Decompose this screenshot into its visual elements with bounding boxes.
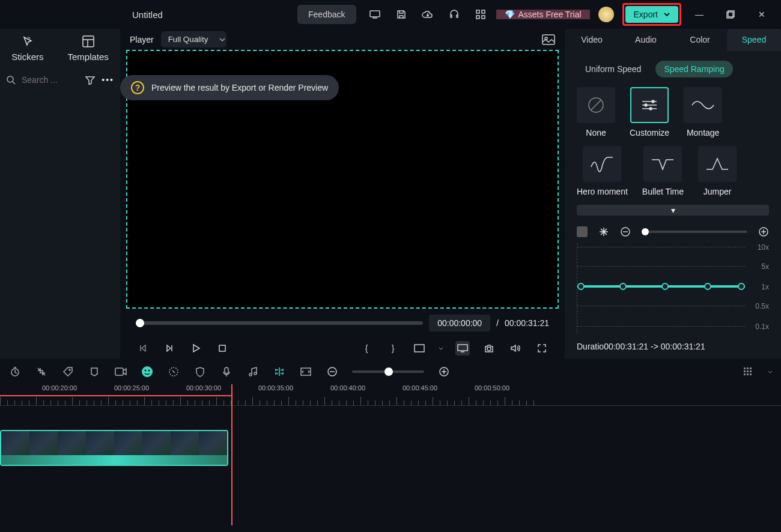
display-button[interactable] (455, 341, 470, 355)
assets-trial-label: Assets Free Trial (518, 10, 582, 19)
effects-icon[interactable] (167, 365, 180, 378)
fit-icon[interactable] (299, 365, 312, 378)
cursor-icon (20, 35, 35, 48)
preset-none[interactable]: None (577, 87, 615, 138)
chevron-down-icon[interactable] (768, 370, 773, 373)
feedback-button[interactable]: Feedback (297, 5, 356, 24)
mark-in-button[interactable]: { (359, 341, 374, 355)
record-icon[interactable] (114, 365, 127, 378)
snapshot-icon[interactable] (542, 34, 555, 45)
total-time: 00:00:31:21 (505, 318, 549, 328)
sliders-icon (640, 98, 659, 112)
templates-tab[interactable]: Templates (67, 35, 108, 62)
svg-point-24 (142, 366, 153, 377)
preset-jumper[interactable]: Jumper (698, 146, 737, 196)
svg-rect-37 (744, 370, 746, 372)
close-button[interactable]: ✕ (749, 5, 775, 24)
freeze-icon[interactable] (598, 226, 609, 237)
svg-rect-39 (750, 370, 752, 372)
export-label: Export (634, 10, 658, 19)
preset-customize[interactable]: Customize (630, 87, 669, 138)
speed-slider[interactable] (642, 231, 747, 233)
video-clip[interactable]: d Ramping (0, 430, 228, 466)
player-label: Player (130, 35, 154, 44)
svg-rect-42 (750, 373, 752, 375)
svg-rect-13 (458, 345, 467, 351)
preset-bullet[interactable]: Bullet Time (642, 146, 684, 196)
track-area[interactable]: d Ramping (0, 406, 781, 478)
camera-button[interactable] (482, 341, 496, 355)
zoom-in-icon[interactable] (437, 365, 451, 378)
apps-icon[interactable] (470, 5, 491, 24)
hint-text: Preview the result by Export or Render P… (151, 83, 328, 92)
svg-point-8 (7, 76, 13, 82)
svg-point-30 (254, 372, 257, 375)
help-icon: ? (131, 81, 144, 94)
fullscreen-button[interactable] (535, 341, 549, 355)
face-icon[interactable] (141, 365, 154, 378)
more-icon[interactable]: ••• (102, 75, 114, 85)
wave-icon (691, 96, 715, 114)
headset-icon[interactable] (443, 5, 465, 24)
svg-rect-1 (476, 10, 479, 13)
tab-speed[interactable]: Speed (727, 29, 781, 51)
tab-audio[interactable]: Audio (619, 29, 673, 51)
svg-point-14 (487, 347, 491, 351)
preset-hero[interactable]: Hero moment (577, 146, 628, 196)
ratio-button[interactable] (412, 341, 427, 355)
svg-rect-0 (370, 11, 380, 17)
chevron-down-icon[interactable] (439, 347, 443, 350)
svg-rect-28 (225, 367, 228, 373)
mark-out-button[interactable]: } (386, 341, 400, 355)
svg-point-22 (69, 369, 70, 370)
mic-icon[interactable] (220, 365, 233, 378)
save-icon[interactable] (390, 5, 412, 24)
shield-icon[interactable] (193, 365, 207, 378)
device-icon[interactable] (364, 5, 386, 24)
expand-presets[interactable]: ▾ (577, 205, 769, 216)
stickers-tab[interactable]: Stickers (11, 35, 43, 62)
prev-frame-button[interactable] (136, 341, 150, 355)
diamond-icon: 💎 (505, 10, 515, 19)
bullet-icon (651, 155, 675, 173)
minimize-button[interactable]: — (686, 5, 713, 24)
volume-button[interactable] (508, 341, 523, 355)
current-time: 00:00:00:00 (429, 315, 490, 331)
marker-icon[interactable] (88, 365, 101, 378)
split-icon[interactable] (273, 365, 286, 378)
next-frame-button[interactable] (162, 341, 177, 355)
templates-label: Templates (67, 52, 108, 62)
speed-graph[interactable]: 10x 5x 1x 0.5x 0.1x (577, 243, 769, 333)
subtab-ramping[interactable]: Speed Ramping (655, 61, 732, 77)
timer-icon[interactable] (8, 365, 22, 378)
svg-point-18 (649, 107, 652, 110)
time-sep: / (496, 318, 499, 328)
svg-rect-41 (747, 373, 749, 375)
preset-montage[interactable]: Montage (684, 87, 722, 138)
minus-icon[interactable] (620, 226, 631, 237)
play-button[interactable] (189, 341, 203, 355)
filter-icon[interactable] (85, 75, 96, 85)
zoom-slider[interactable] (352, 370, 424, 373)
grid-icon[interactable] (741, 365, 755, 378)
profile-icon[interactable] (598, 7, 614, 22)
music-icon[interactable] (246, 365, 260, 378)
lock-icon[interactable] (577, 226, 588, 237)
tab-video[interactable]: Video (565, 29, 619, 51)
stop-button[interactable] (215, 341, 229, 355)
subtab-uniform[interactable]: Uniform Speed (577, 61, 649, 77)
timeline-ruler[interactable]: 00:00:20:00 00:00:25:00 00:00:30:00 00:0… (0, 384, 781, 406)
tag-icon[interactable] (61, 365, 74, 378)
maximize-button[interactable] (717, 5, 744, 24)
zoom-out-icon[interactable] (326, 365, 339, 378)
preview-viewport[interactable]: ? Preview the result by Export or Render… (126, 50, 559, 309)
cloud-icon[interactable] (417, 5, 439, 24)
tab-color[interactable]: Color (673, 29, 727, 51)
export-button[interactable]: Export (625, 6, 678, 23)
scrub-bar[interactable] (136, 321, 423, 325)
crop-icon[interactable] (35, 365, 48, 378)
plus-icon[interactable] (758, 226, 769, 237)
assets-trial-button[interactable]: 💎 Assets Free Trial (496, 10, 590, 19)
quality-select[interactable]: Full Quality (161, 31, 226, 47)
search-input[interactable] (22, 75, 70, 85)
